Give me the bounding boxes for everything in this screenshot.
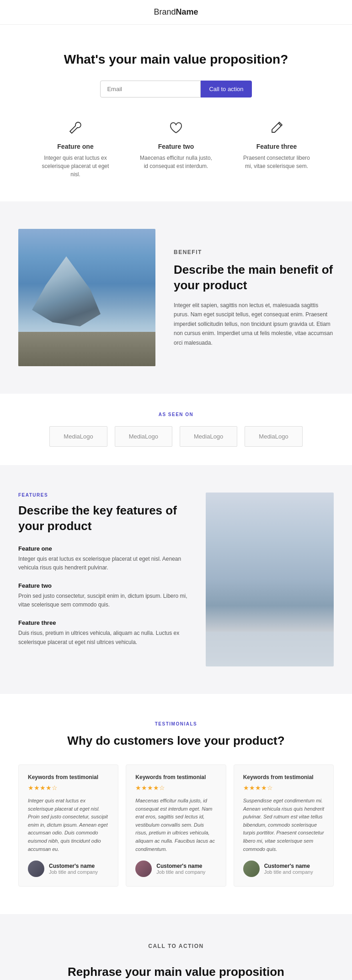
feature-item-2: Feature two Maecenas efficitur nulla jus… <box>139 120 213 179</box>
author-name-1: Customer's name <box>49 863 98 869</box>
email-input[interactable] <box>100 81 201 97</box>
cta-button[interactable]: Call to action <box>201 81 251 97</box>
author-job-2: Job title and company <box>156 869 205 875</box>
test-keywords-2: Keywords from testimonial <box>135 774 216 780</box>
features-left: FEATURES Describe the key features of yo… <box>18 493 187 657</box>
features-image <box>206 493 334 666</box>
benefit-section: BENEFIT Describe the main benefit of you… <box>0 201 352 394</box>
testimonials-headline: Why do customers love your product? <box>18 734 334 748</box>
cta-headline: Rephrase your main value proposition <box>18 965 334 979</box>
benefit-content: BENEFIT Describe the main benefit of you… <box>174 248 334 347</box>
brand-prefix: Brand <box>154 7 176 16</box>
feature-2-desc: Maecenas efficitur nulla justo, id conse… <box>139 154 213 170</box>
cta-section: CALL TO ACTION Rephrase your main value … <box>0 914 352 980</box>
stars-3: ★★★★☆ <box>243 784 324 791</box>
as-seen-label: AS SEEN ON <box>18 412 334 417</box>
feature-3-desc: Praesent consectetur libero mi, vitae sc… <box>240 154 313 170</box>
media-logo-3: MediaLogo <box>180 426 237 447</box>
brand-logo: BrandName <box>154 7 198 16</box>
avatar-2 <box>135 861 152 877</box>
test-keywords-1: Keywords from testimonial <box>28 774 109 780</box>
author-job-3: Job title and company <box>264 869 313 875</box>
feat-2-title: Feature two <box>18 582 187 589</box>
author-info-2: Customer's name Job title and company <box>156 863 205 875</box>
as-seen-on-section: AS SEEN ON MediaLogo MediaLogo MediaLogo… <box>0 394 352 465</box>
test-author-2: Customer's name Job title and company <box>135 861 216 877</box>
test-text-1: Integer quis erat luctus ex scelerisque … <box>28 797 109 853</box>
features-inner: FEATURES Describe the key features of yo… <box>18 493 334 666</box>
heart-icon <box>139 120 213 138</box>
test-keywords-3: Keywords from testimonial <box>243 774 324 780</box>
testimonials-section: TESTIMONIALS Why do customers love your … <box>0 694 352 914</box>
hero-headline: What's your main value proposition? <box>18 52 334 67</box>
stars-2: ★★★★☆ <box>135 784 216 791</box>
benefit-label: BENEFIT <box>174 248 334 257</box>
benefit-image <box>18 229 155 366</box>
author-info-3: Customer's name Job title and company <box>264 863 313 875</box>
features-row: Feature one Integer quis erat luctus ex … <box>18 120 334 179</box>
testimonial-card-2: Keywords from testimonial ★★★★☆ Maecenas… <box>126 764 226 887</box>
hero-form: Call to action <box>18 81 334 97</box>
feature-item-3: Feature three Praesent consectetur liber… <box>240 120 313 179</box>
test-author-3: Customer's name Job title and company <box>243 861 324 877</box>
media-logo-4: MediaLogo <box>245 426 302 447</box>
feature-1-desc: Integer quis erat luctus ex scelerisque … <box>39 154 112 179</box>
author-name-2: Customer's name <box>156 863 205 869</box>
hero-section: What's your main value proposition? Call… <box>0 25 352 201</box>
features-label: FEATURES <box>18 493 187 498</box>
author-info-1: Customer's name Job title and company <box>49 863 98 875</box>
feature-item-1: Feature one Integer quis erat luctus ex … <box>39 120 112 179</box>
author-name-3: Customer's name <box>264 863 313 869</box>
testimonials-label: TESTIMONIALS <box>18 721 334 726</box>
feature-1-title: Feature one <box>39 143 112 150</box>
test-author-1: Customer's name Job title and company <box>28 861 109 877</box>
testimonials-row: Keywords from testimonial ★★★★☆ Integer … <box>18 764 334 887</box>
feat-2-desc: Proin sed justo consectetur, suscipit en… <box>18 592 187 609</box>
feat-item-2: Feature two Proin sed justo consectetur,… <box>18 582 187 609</box>
author-job-1: Job title and company <box>49 869 98 875</box>
benefit-body: Integer elit sapien, sagittis non lectus… <box>174 301 334 347</box>
features-headline: Describe the key features of your produc… <box>18 503 187 534</box>
media-logo-1: MediaLogo <box>49 426 107 447</box>
media-logo-2: MediaLogo <box>115 426 172 447</box>
stars-1: ★★★★☆ <box>28 784 109 791</box>
test-text-2: Maecenas efficitur nulla justo, id conse… <box>135 797 216 853</box>
logo-row: MediaLogo MediaLogo MediaLogo MediaLogo <box>18 426 334 447</box>
testimonial-card-1: Keywords from testimonial ★★★★☆ Integer … <box>18 764 118 887</box>
benefit-headline: Describe the main benefit of your produc… <box>174 262 334 293</box>
feat-1-desc: Integer quis erat luctus ex scelerisque … <box>18 555 187 572</box>
key-features-section: FEATURES Describe the key features of yo… <box>0 465 352 694</box>
feature-3-title: Feature three <box>240 143 313 150</box>
cta-label: CALL TO ACTION <box>48 942 304 951</box>
wrench-icon <box>39 120 112 138</box>
feat-item-3: Feature three Duis risus, pretium in ult… <box>18 619 187 646</box>
test-text-3: Suspendisse eget condimentum mi. Aenean … <box>243 797 324 853</box>
brand-suffix: Name <box>176 7 198 16</box>
testimonial-card-3: Keywords from testimonial ★★★★☆ Suspendi… <box>234 764 334 887</box>
feature-2-title: Feature two <box>139 143 213 150</box>
feat-item-1: Feature one Integer quis erat luctus ex … <box>18 545 187 572</box>
feat-3-title: Feature three <box>18 619 187 626</box>
navbar: BrandName <box>0 0 352 25</box>
feat-1-title: Feature one <box>18 545 187 552</box>
avatar-1 <box>28 861 44 877</box>
pencil-icon <box>240 120 313 138</box>
feat-3-desc: Duis risus, pretium in ultrices vehicula… <box>18 629 187 646</box>
avatar-3 <box>243 861 260 877</box>
